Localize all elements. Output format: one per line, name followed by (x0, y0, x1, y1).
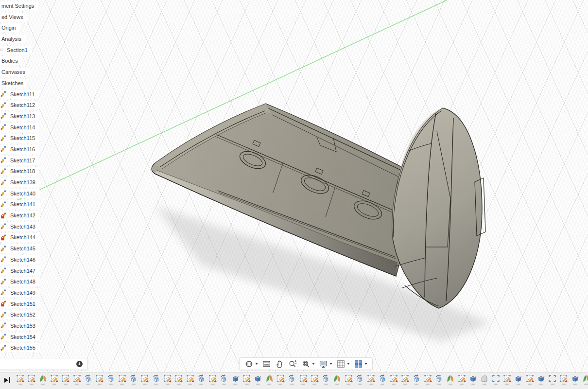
browser-item-sketch140[interactable]: Sketch140 (0, 189, 40, 198)
browser-item-pill[interactable]: Sketch151 (0, 300, 40, 308)
browser-item-pill[interactable]: Sketch111 (0, 90, 39, 99)
chevron-down-icon[interactable] (312, 363, 315, 365)
timeline-sketch-feature[interactable] (139, 374, 150, 385)
browser-item-pill[interactable]: Sketch115 (0, 134, 39, 142)
timeline-sketch-feature[interactable] (207, 374, 218, 385)
timeline-box-feature[interactable] (230, 374, 241, 385)
browser-item-pill[interactable]: ment Settings (0, 1, 38, 10)
browser-item-pill[interactable]: Sketch153 (0, 321, 40, 330)
timeline-box-feature[interactable] (536, 374, 547, 385)
browser-item-bodies[interactable]: Bodies (0, 56, 40, 65)
browser-item-sketch144[interactable]: Sketch144 (0, 233, 40, 242)
browser-item-pill[interactable]: Analysis (0, 35, 26, 43)
timeline-corners-feature[interactable] (547, 374, 558, 385)
timeline-sketch-feature[interactable] (26, 374, 37, 385)
timeline-extrude-feature[interactable] (320, 374, 331, 385)
browser-item-sketch155[interactable]: Sketch155 (0, 343, 40, 352)
chevron-down-icon[interactable] (329, 363, 332, 365)
browser-item-sketch114[interactable]: Sketch114 (0, 123, 40, 132)
browser-item-sketch153[interactable]: Sketch153 (0, 321, 40, 330)
browser-item-pill[interactable]: Sketches (0, 79, 28, 88)
timeline-extrude-feature[interactable] (83, 374, 94, 385)
browser-item-pill[interactable]: Sketch144 (0, 233, 40, 242)
chevron-down-icon[interactable] (255, 363, 258, 365)
timeline-extrude-feature[interactable] (105, 374, 116, 385)
timeline-sketch-feature[interactable] (365, 374, 377, 385)
timeline-extrude-feature[interactable] (377, 374, 388, 385)
browser-item-pill[interactable]: Sketch147 (0, 266, 40, 275)
timeline-extrude-feature[interactable] (433, 374, 445, 385)
timeline-form-feature[interactable] (331, 374, 343, 385)
timeline-extrude-feature[interactable] (196, 374, 207, 385)
browser-item-sketch148[interactable]: Sketch148 (0, 277, 40, 286)
chevron-down-icon[interactable] (347, 363, 350, 365)
timeline-sketch-feature[interactable] (117, 374, 128, 385)
browser-item-sketch149[interactable]: Sketch149 (0, 288, 40, 297)
browser-item-pill[interactable]: Sketch152 (0, 310, 40, 319)
timeline-sketch-feature[interactable] (558, 374, 569, 385)
timeline-sketch-feature[interactable] (502, 374, 513, 385)
browser-item-sketches[interactable]: Sketches (0, 79, 40, 88)
3d-viewport[interactable] (0, 0, 588, 389)
browser-item-sketch116[interactable]: Sketch116 (0, 145, 40, 154)
browser-item-pill[interactable]: Sketch114 (0, 123, 39, 132)
browser-item-pill[interactable]: Sketch141 (0, 200, 40, 209)
browser-item-sketch117[interactable]: Sketch117 (0, 156, 40, 165)
browser-item-pill[interactable]: ed Views (0, 13, 27, 21)
browser-item-sketch145[interactable]: Sketch145 (0, 244, 40, 253)
browser-item-sketch154[interactable]: Sketch154 (0, 333, 40, 341)
browser-item-pill[interactable]: Sketch142 (0, 211, 40, 220)
timeline-sketch-feature[interactable] (297, 374, 309, 385)
chevron-down-icon[interactable] (364, 363, 367, 365)
timeline-sketch-feature[interactable] (456, 374, 467, 385)
browser-item-pill[interactable]: Bodies (0, 56, 22, 65)
timeline-box-feature[interactable] (252, 374, 263, 385)
browser-item-pill[interactable]: Sketch139 (0, 178, 40, 187)
browser-item-sketch141[interactable]: Sketch141 (0, 200, 40, 209)
browser-item-sketch142[interactable]: Sketch142 (0, 211, 40, 220)
timeline-box-feature[interactable] (513, 374, 524, 385)
browser-item-sketch139[interactable]: Sketch139 (0, 178, 40, 187)
browser-item-pill[interactable]: Sketch143 (0, 222, 40, 231)
browser-item-sketch112[interactable]: Sketch112 (0, 101, 40, 109)
timeline-corners-feature[interactable] (490, 374, 501, 385)
browser-item-pill[interactable]: Sketch145 (0, 244, 40, 253)
nav-display-settings-button[interactable] (317, 358, 334, 370)
plus-circle-icon[interactable]: + (76, 361, 83, 367)
timeline-form-feature[interactable] (264, 374, 275, 385)
timeline-sketch-feature[interactable] (60, 374, 71, 385)
timeline-sketch-feature[interactable] (184, 374, 195, 385)
browser-item-pill[interactable]: Canvases (0, 68, 30, 76)
nav-pan-button[interactable] (273, 358, 286, 370)
timeline-dome-feature[interactable] (479, 374, 490, 385)
nav-viewports-button[interactable] (352, 358, 369, 370)
timeline-sketch-feature[interactable] (173, 374, 184, 385)
timeline-sketch-feature[interactable] (49, 374, 60, 385)
nav-zoom-button[interactable] (286, 358, 299, 370)
browser-item-sketch151[interactable]: Sketch151 (0, 300, 40, 308)
timeline-sketch-feature[interactable] (422, 374, 433, 385)
nav-orbit-button[interactable] (242, 358, 260, 370)
browser-item-canvases[interactable]: Canvases (0, 68, 40, 76)
browser-item-pill[interactable]: Origin (0, 23, 20, 32)
timeline-sketch-feature[interactable] (388, 374, 399, 385)
browser-item-sketch147[interactable]: Sketch147 (0, 266, 40, 275)
timeline-extrude-feature[interactable] (354, 374, 365, 385)
browser-item-pill[interactable]: Sketch148 (0, 277, 40, 286)
browser-item-sketch152[interactable]: Sketch152 (0, 310, 40, 319)
timeline-sketch-feature[interactable] (94, 374, 105, 385)
timeline-sketch-feature[interactable] (71, 374, 82, 385)
browser-item-sketch111[interactable]: Sketch111 (0, 90, 40, 99)
browser-item-sketch115[interactable]: Sketch115 (0, 134, 40, 142)
browser-item-pill[interactable]: Sketch155 (0, 343, 40, 352)
timeline-form-feature[interactable] (581, 374, 588, 385)
timeline-extrude-feature[interactable] (218, 374, 229, 385)
browser-item-pill[interactable]: Sketch112 (0, 101, 39, 109)
timeline-sketch-feature[interactable] (162, 374, 173, 385)
nav-grid-and-snaps-button[interactable] (334, 358, 352, 370)
timeline-form-feature[interactable] (37, 374, 49, 385)
timeline-sketch-feature[interactable] (399, 374, 411, 385)
browser-item-origin[interactable]: Origin (0, 23, 40, 32)
browser-item-pill[interactable]: Sketch149 (0, 288, 40, 297)
timeline-extrude-feature[interactable] (286, 374, 297, 385)
